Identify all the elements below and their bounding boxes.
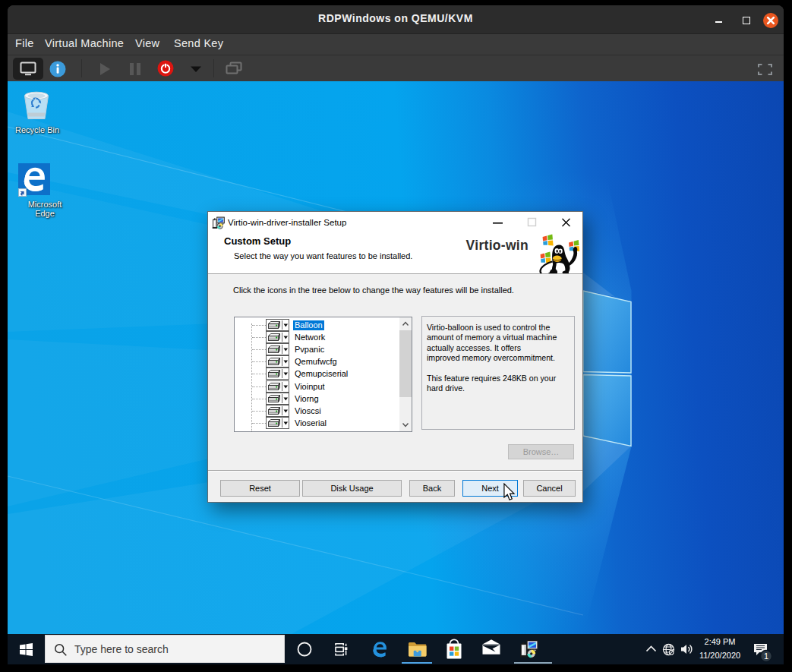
svg-text:1: 1: [764, 651, 768, 661]
